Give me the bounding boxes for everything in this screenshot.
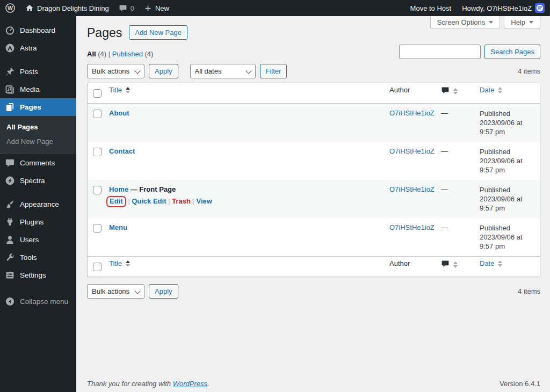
author-link[interactable]: O7iHStHe1ioZ xyxy=(389,185,435,193)
view-all-count: (4) xyxy=(98,50,106,58)
users-icon xyxy=(5,235,15,245)
comments-admin-bar-button[interactable]: 0 xyxy=(114,0,139,16)
comments-column-icon xyxy=(441,259,450,270)
collapse-menu-button[interactable]: Collapse menu xyxy=(0,293,76,310)
move-to-host-button[interactable]: Move to Host xyxy=(405,0,457,16)
action-separator: | xyxy=(192,197,194,205)
sidebar-item-label: Plugins xyxy=(20,218,44,226)
my-account-menu[interactable]: Howdy, O7iHStHe1ioZ xyxy=(457,0,550,16)
table-row-home: Home — Front Page Edit | Quick Edit | Tr… xyxy=(88,180,540,218)
sort-icon xyxy=(498,260,502,267)
chevron-down-icon xyxy=(529,21,533,26)
sidebar-item-plugins[interactable]: Plugins xyxy=(0,213,76,231)
appearance-brush-icon xyxy=(5,199,15,209)
select-row-checkbox[interactable] xyxy=(93,186,102,194)
bulk-actions-select-wrap: Bulk actions xyxy=(87,64,144,78)
howdy-label: Howdy, O7iHStHe1ioZ xyxy=(462,4,532,12)
view-published-link[interactable]: Published xyxy=(112,50,143,58)
view-all-link[interactable]: All xyxy=(87,50,96,58)
apply-button[interactable]: Apply xyxy=(149,64,178,78)
filter-button[interactable]: Filter xyxy=(260,64,287,78)
sort-by-comments-link[interactable] xyxy=(441,259,458,270)
sidebar-item-comments[interactable]: Comments xyxy=(0,154,76,172)
date-cell: Published 2023/09/06 at 9:57 pm xyxy=(480,104,540,142)
author-link[interactable]: O7iHStHe1ioZ xyxy=(389,223,435,231)
views-and-search-row: All (4) | Published (4) Search Pages xyxy=(87,44,540,59)
table-row-contact: Contact O7iHStHe1ioZ — Published 2023/09… xyxy=(88,142,540,180)
select-all-checkbox[interactable] xyxy=(93,89,102,98)
sort-by-title-link[interactable]: Title xyxy=(109,86,130,94)
trash-link[interactable]: Trash xyxy=(172,197,191,205)
page-title-link[interactable]: About xyxy=(109,109,129,117)
footer-version: Version 6.4.1 xyxy=(500,380,540,388)
sidebar-item-settings[interactable]: Settings xyxy=(0,266,76,284)
sidebar-item-add-new-page[interactable]: Add New Page xyxy=(0,134,76,149)
bulk-actions-select[interactable]: Bulk actions xyxy=(87,64,144,78)
sidebar-item-astra[interactable]: Astra xyxy=(0,39,76,57)
sort-icon xyxy=(453,88,458,95)
author-link[interactable]: O7iHStHe1ioZ xyxy=(389,147,435,155)
page-title-link[interactable]: Home xyxy=(109,185,128,193)
comment-count-cell: — xyxy=(441,218,480,237)
title-column-label: Title xyxy=(109,86,122,94)
sidebar-item-spectra[interactable]: Spectra xyxy=(0,172,76,190)
screen-options-tab[interactable]: Screen Options xyxy=(430,16,501,29)
wordpress-menu-button[interactable]: W xyxy=(0,0,20,16)
select-row-checkbox[interactable] xyxy=(93,148,102,156)
sidebar-item-appearance[interactable]: Appearance xyxy=(0,195,76,213)
view-filters: All (4) | Published (4) xyxy=(87,50,153,59)
wordpress-link[interactable]: WordPress xyxy=(173,380,207,388)
view-link[interactable]: View xyxy=(196,197,212,205)
sidebar-item-pages[interactable]: Pages xyxy=(0,98,76,116)
dates-filter-select[interactable]: All dates xyxy=(190,64,256,78)
settings-sliders-icon xyxy=(5,270,15,280)
search-input[interactable] xyxy=(399,45,481,59)
bulk-actions-select-bottom[interactable]: Bulk actions xyxy=(87,284,144,299)
sidebar-item-users[interactable]: Users xyxy=(0,231,76,249)
view-separator: | xyxy=(108,50,110,58)
action-separator: | xyxy=(128,197,129,205)
publish-date: 2023/09/06 at 9:57 pm xyxy=(480,119,523,136)
sidebar-item-label: Appearance xyxy=(20,200,59,208)
sidebar-item-dashboard[interactable]: Dashboard xyxy=(0,21,76,39)
publish-date: 2023/09/06 at 9:57 pm xyxy=(480,157,523,174)
edit-link[interactable]: Edit xyxy=(110,197,123,205)
sidebar-item-tools[interactable]: Tools xyxy=(0,249,76,266)
sort-icon xyxy=(453,262,458,268)
page-title-link[interactable]: Menu xyxy=(109,223,127,231)
tablenav-bottom: Bulk actions Apply 4 items xyxy=(87,284,540,299)
sort-by-comments-link[interactable] xyxy=(441,86,458,96)
main-content: Screen Options Help Pages Add New Page A… xyxy=(76,16,550,392)
items-count: 4 items xyxy=(518,67,540,75)
quick-edit-link[interactable]: Quick Edit xyxy=(132,197,166,205)
sidebar-item-label: Media xyxy=(20,85,40,93)
page-title-link[interactable]: Contact xyxy=(109,147,135,155)
sort-by-date-link[interactable]: Date xyxy=(480,86,502,94)
comment-count-cell: — xyxy=(441,104,480,122)
help-tab[interactable]: Help xyxy=(504,16,540,29)
select-row-checkbox[interactable] xyxy=(93,110,102,118)
pages-icon xyxy=(5,102,15,112)
footer-thanks: Thank you for creating with WordPress. xyxy=(87,380,209,388)
media-icon xyxy=(5,84,15,95)
search-pages-button[interactable]: Search Pages xyxy=(484,45,540,59)
publish-status: Published xyxy=(480,147,534,156)
select-row-checkbox[interactable] xyxy=(93,224,102,233)
chevron-down-icon xyxy=(489,21,493,26)
sort-by-title-link[interactable]: Title xyxy=(109,259,130,267)
admin-sidebar: Dashboard Astra Posts Media Pages All Pa… xyxy=(0,16,76,392)
select-all-checkbox[interactable] xyxy=(93,263,102,271)
author-link[interactable]: O7iHStHe1ioZ xyxy=(389,109,435,117)
sidebar-item-label: Tools xyxy=(20,253,37,262)
plus-icon xyxy=(144,4,152,12)
site-name-menu[interactable]: Dragon Delights Dining xyxy=(20,0,114,16)
help-label: Help xyxy=(511,18,525,26)
sidebar-item-all-pages[interactable]: All Pages xyxy=(0,120,76,134)
apply-button-bottom[interactable]: Apply xyxy=(149,284,178,299)
sidebar-item-media[interactable]: Media xyxy=(0,81,76,98)
sidebar-item-posts[interactable]: Posts xyxy=(0,63,76,81)
wordpress-logo-icon: W xyxy=(5,3,16,13)
sort-by-date-link[interactable]: Date xyxy=(480,259,502,267)
new-content-button[interactable]: New xyxy=(139,0,174,16)
add-new-page-button[interactable]: Add New Page xyxy=(129,25,187,40)
